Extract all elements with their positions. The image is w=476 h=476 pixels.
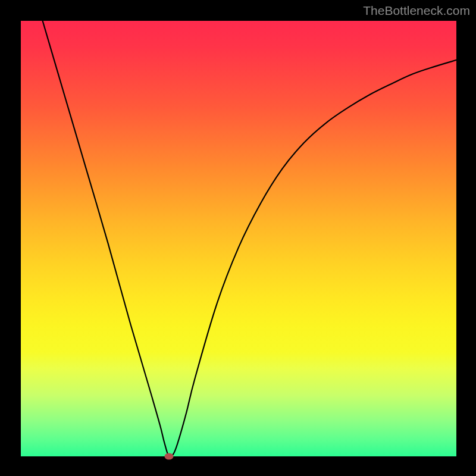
minimum-marker	[164, 453, 173, 460]
bottleneck-curve	[21, 21, 456, 456]
watermark-text: TheBottleneck.com	[363, 4, 470, 18]
plot-area	[21, 21, 456, 456]
